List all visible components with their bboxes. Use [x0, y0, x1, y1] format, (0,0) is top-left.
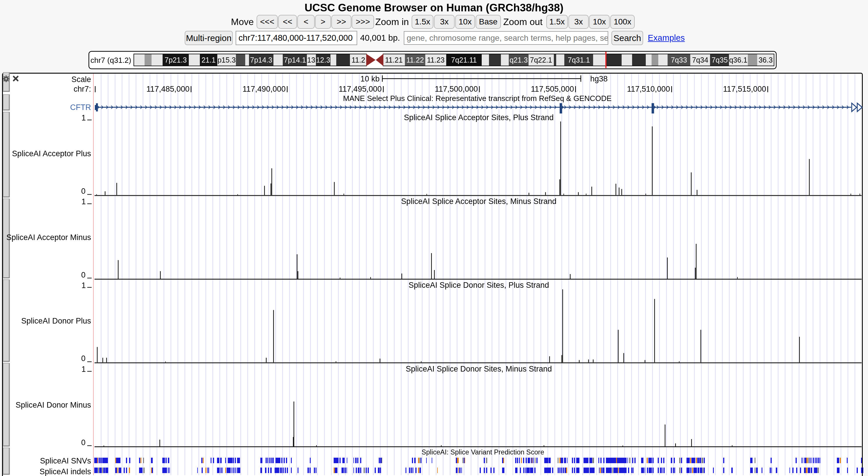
svg-text:1: 1: [82, 114, 86, 122]
svg-text:117,500,000: 117,500,000: [435, 85, 478, 93]
svg-text:MANE Select Plus Clinical: Rep: MANE Select Plus Clinical: Representativ…: [343, 94, 612, 103]
svg-text:7q31.1: 7q31.1: [568, 56, 590, 64]
svg-text:CFTR: CFTR: [70, 103, 91, 112]
svg-text:SpliceAI Acceptor Minus: SpliceAI Acceptor Minus: [6, 233, 91, 242]
svg-text:q36.1: q36.1: [729, 56, 748, 64]
svg-text:7q21.11: 7q21.11: [451, 56, 477, 64]
svg-text:7q34: 7q34: [692, 56, 708, 64]
svg-text:chr7:: chr7:: [73, 85, 91, 93]
svg-text:0: 0: [81, 354, 86, 363]
svg-text:12.3: 12.3: [316, 56, 331, 64]
svg-text:7q33: 7q33: [671, 56, 687, 64]
svg-text:11.22: 11.22: [406, 56, 424, 64]
svg-text:SpliceAI SNVs: SpliceAI SNVs: [40, 456, 91, 465]
svg-text:36.3: 36.3: [758, 56, 773, 64]
svg-text:1: 1: [82, 197, 86, 206]
svg-text:SpliceAI Splice Donor Sites, M: SpliceAI Splice Donor Sites, Minus Stran…: [406, 364, 552, 373]
svg-text:117,495,000: 117,495,000: [339, 85, 382, 93]
svg-text:chr7 (q31.2): chr7 (q31.2): [90, 56, 131, 65]
svg-text:SpliceAI Donor Minus: SpliceAI Donor Minus: [16, 400, 91, 409]
svg-text:0: 0: [81, 187, 86, 196]
svg-text:SpliceAI Acceptor Plus: SpliceAI Acceptor Plus: [12, 149, 91, 158]
svg-text:117,485,000: 117,485,000: [146, 85, 189, 93]
svg-text:0: 0: [81, 438, 86, 447]
svg-text:117,515,000: 117,515,000: [723, 85, 766, 93]
svg-text:7p21.3: 7p21.3: [165, 56, 187, 64]
svg-text:11.21: 11.21: [385, 56, 403, 64]
svg-text:117,510,000: 117,510,000: [627, 85, 670, 93]
svg-text:SpliceAI Splice Donor Sites, P: SpliceAI Splice Donor Sites, Plus Strand: [408, 281, 549, 290]
svg-text:11.23: 11.23: [427, 56, 445, 64]
svg-text:SpliceAI: Splice Variant Predi: SpliceAI: Splice Variant Prediction Scor…: [422, 448, 544, 456]
svg-text:q21.3: q21.3: [509, 56, 528, 64]
svg-text:SpliceAI Splice Acceptor Sites: SpliceAI Splice Acceptor Sites, Minus St…: [401, 197, 556, 206]
svg-text:0: 0: [81, 271, 86, 279]
svg-text:SpliceAI Splice Acceptor Sites: SpliceAI Splice Acceptor Sites, Plus Str…: [404, 113, 554, 122]
svg-text:7p14.3: 7p14.3: [250, 56, 272, 64]
svg-text:7q22.1: 7q22.1: [530, 56, 552, 64]
svg-text:7q35: 7q35: [712, 56, 728, 64]
svg-text:p15.3: p15.3: [218, 56, 236, 64]
svg-text:11.2: 11.2: [352, 56, 365, 64]
svg-text:SpliceAI indels: SpliceAI indels: [39, 467, 91, 476]
svg-text:117,505,000: 117,505,000: [531, 85, 574, 93]
svg-text:13: 13: [307, 56, 315, 64]
svg-text:1: 1: [82, 365, 86, 374]
svg-text:1: 1: [82, 281, 86, 290]
svg-text:21.1: 21.1: [202, 56, 216, 64]
svg-text:7p14.1: 7p14.1: [284, 56, 306, 64]
svg-text:10 kb: 10 kb: [361, 75, 380, 83]
svg-text:hg38: hg38: [590, 75, 608, 83]
svg-text:117,490,000: 117,490,000: [243, 85, 286, 93]
svg-text:Scale: Scale: [71, 75, 91, 84]
svg-text:SpliceAI Donor Plus: SpliceAI Donor Plus: [21, 317, 91, 325]
